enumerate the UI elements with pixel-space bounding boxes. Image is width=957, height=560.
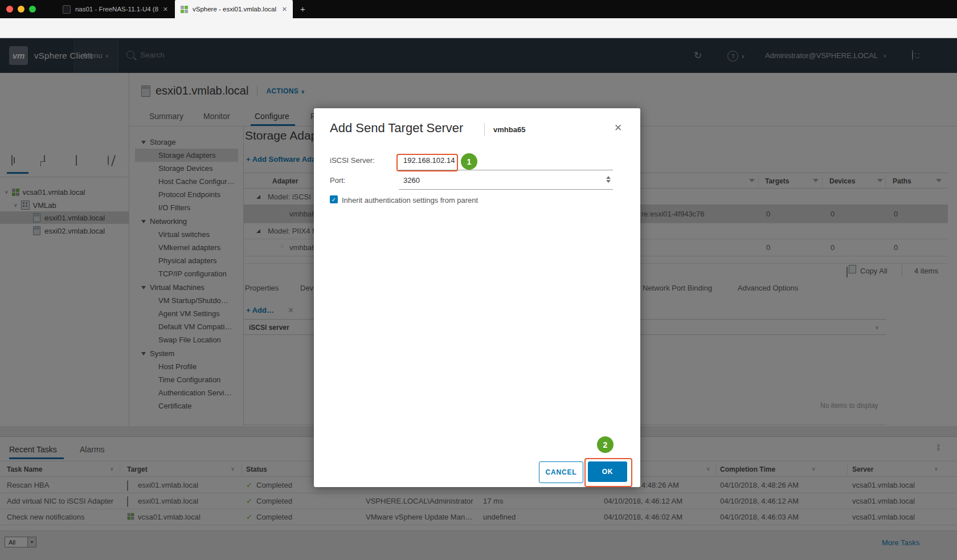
cancel-button[interactable]: CANCEL (539, 461, 583, 483)
annotation-ring-ok-button (584, 458, 632, 487)
freenas-favicon-icon (63, 5, 71, 14)
annotation-ring-iscsi-input (396, 154, 458, 171)
window-close-button[interactable] (6, 6, 13, 13)
vsphere-favicon-icon (181, 6, 188, 13)
browser-tab-freenas[interactable]: nas01 - FreeNAS-11.1-U4 (89e ✕ (57, 0, 174, 18)
tab-close-icon[interactable]: ✕ (163, 6, 168, 13)
inherit-auth-label: Inherit authentication settings from par… (342, 196, 478, 205)
new-tab-button[interactable]: + (300, 4, 305, 14)
annotation-step-1: 1 (461, 153, 477, 170)
port-label: Port: (330, 176, 345, 185)
window-zoom-button[interactable] (29, 6, 36, 13)
window-minimize-button[interactable] (18, 6, 24, 13)
annotation-step-2: 2 (597, 436, 614, 453)
input-underline (399, 189, 613, 190)
browser-tab-strip: nas01 - FreeNAS-11.1-U4 (89e ✕ vSphere -… (0, 0, 957, 18)
browser-toolbar: ← → ↻ ⌂ i https://192.168.100.11/ui/#?ex… (0, 18, 957, 38)
iscsi-server-label: iSCSI Server: (330, 156, 375, 165)
dialog-title: Add Send Target Server (330, 121, 463, 136)
port-input[interactable]: 3260 (403, 176, 420, 185)
browser-tab-vsphere[interactable]: vSphere - esxi01.vmlab.local - S ✕ (175, 0, 293, 18)
inherit-auth-checkbox[interactable]: ✓ (330, 195, 338, 203)
close-icon[interactable]: ✕ (614, 122, 622, 134)
tab-title: nas01 - FreeNAS-11.1-U4 (89e (75, 6, 158, 13)
add-send-target-dialog: Add Send Target Server vmhba65 ✕ iSCSI S… (314, 108, 640, 487)
tab-close-icon[interactable]: ✕ (282, 6, 287, 13)
port-stepper[interactable] (606, 176, 611, 183)
dialog-context: vmhba65 (493, 125, 525, 134)
tab-title: vSphere - esxi01.vmlab.local - S (193, 6, 277, 13)
